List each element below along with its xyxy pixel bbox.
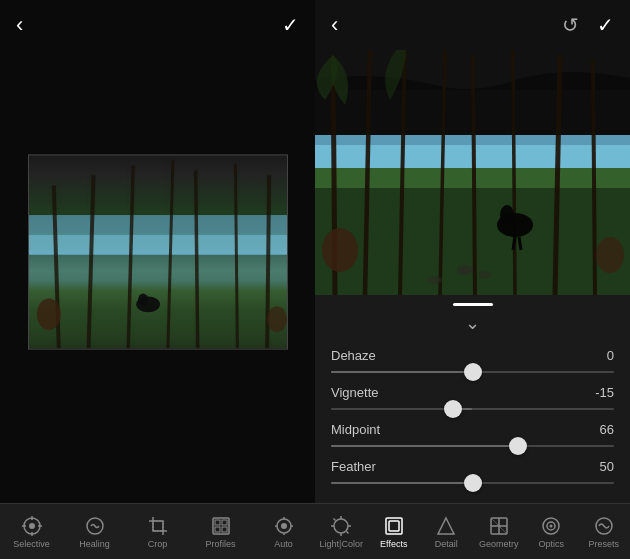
feather-row: Feather 50 bbox=[331, 459, 614, 484]
vignette-label: Vignette bbox=[331, 385, 378, 400]
tab-detail-label: Detail bbox=[435, 539, 458, 549]
feather-track[interactable] bbox=[331, 482, 614, 484]
right-image-area bbox=[315, 50, 630, 295]
photo-thumbnail bbox=[28, 154, 288, 349]
tab-effects[interactable]: Effects bbox=[368, 504, 421, 559]
tab-presets[interactable]: Presets bbox=[578, 504, 631, 559]
svg-point-48 bbox=[457, 265, 473, 275]
svg-rect-25 bbox=[215, 527, 220, 532]
lightcolor-icon bbox=[330, 515, 352, 537]
left-top-bar: ‹ ✓ bbox=[0, 0, 315, 50]
geometry-icon bbox=[488, 515, 510, 537]
svg-line-38 bbox=[473, 55, 475, 295]
tab-auto[interactable]: Auto bbox=[252, 504, 315, 559]
dehaze-thumb[interactable] bbox=[464, 363, 482, 381]
svg-point-46 bbox=[322, 228, 358, 272]
svg-rect-23 bbox=[215, 520, 220, 525]
left-tab-bar: Selective Healing Crop bbox=[0, 503, 315, 559]
svg-line-56 bbox=[334, 518, 336, 520]
svg-point-43 bbox=[500, 205, 514, 225]
svg-point-13 bbox=[267, 306, 287, 332]
svg-line-57 bbox=[347, 531, 349, 533]
svg-point-51 bbox=[334, 519, 348, 533]
svg-rect-1 bbox=[29, 234, 287, 254]
tab-presets-label: Presets bbox=[588, 539, 619, 549]
svg-rect-21 bbox=[153, 521, 163, 531]
svg-line-45 bbox=[519, 237, 521, 250]
svg-point-28 bbox=[281, 523, 287, 529]
dehaze-value: 0 bbox=[586, 348, 614, 363]
right-panel: ‹ ↺ ✓ bbox=[315, 0, 630, 559]
tab-selective-label: Selective bbox=[13, 539, 50, 549]
tab-geometry-label: Geometry bbox=[479, 539, 519, 549]
svg-marker-60 bbox=[438, 518, 454, 534]
svg-line-44 bbox=[513, 237, 515, 250]
svg-point-49 bbox=[479, 271, 491, 279]
tab-auto-label: Auto bbox=[274, 539, 293, 549]
undo-icon[interactable]: ↺ bbox=[562, 13, 579, 37]
svg-point-47 bbox=[596, 237, 624, 273]
vignette-track[interactable] bbox=[331, 408, 614, 410]
controls-area: ⌄ Dehaze 0 Vignette -15 bbox=[315, 295, 630, 503]
svg-rect-26 bbox=[222, 527, 227, 532]
tab-profiles[interactable]: Profiles bbox=[189, 504, 252, 559]
feather-value: 50 bbox=[586, 459, 614, 474]
midpoint-label: Midpoint bbox=[331, 422, 380, 437]
tab-crop-label: Crop bbox=[148, 539, 168, 549]
midpoint-thumb[interactable] bbox=[509, 437, 527, 455]
dehaze-label: Dehaze bbox=[331, 348, 376, 363]
feather-thumb[interactable] bbox=[464, 474, 482, 492]
svg-rect-59 bbox=[389, 521, 399, 531]
tab-detail[interactable]: Detail bbox=[420, 504, 473, 559]
tab-effects-label: Effects bbox=[380, 539, 407, 549]
selective-icon bbox=[21, 515, 43, 537]
handle-bar bbox=[453, 303, 493, 306]
midpoint-value: 66 bbox=[586, 422, 614, 437]
presets-icon bbox=[593, 515, 615, 537]
tab-lightcolor[interactable]: Light|Color bbox=[315, 504, 368, 559]
svg-line-41 bbox=[593, 60, 595, 295]
tab-healing-label: Healing bbox=[79, 539, 110, 549]
tab-healing[interactable]: Healing bbox=[63, 504, 126, 559]
midpoint-row: Midpoint 66 bbox=[331, 422, 614, 447]
tab-lightcolor-label: Light|Color bbox=[320, 539, 363, 549]
healing-icon bbox=[84, 515, 106, 537]
auto-icon bbox=[273, 515, 295, 537]
right-top-bar: ‹ ↺ ✓ bbox=[315, 0, 630, 50]
tab-profiles-label: Profiles bbox=[205, 539, 235, 549]
svg-point-15 bbox=[29, 523, 35, 529]
tab-optics-label: Optics bbox=[538, 539, 564, 549]
feather-label: Feather bbox=[331, 459, 376, 474]
svg-point-11 bbox=[138, 293, 148, 305]
vignette-row: Vignette -15 bbox=[331, 385, 614, 410]
dehaze-track[interactable] bbox=[331, 371, 614, 373]
svg-point-66 bbox=[550, 524, 553, 527]
svg-line-7 bbox=[195, 170, 197, 349]
svg-line-39 bbox=[513, 50, 515, 295]
check-icon-right[interactable]: ✓ bbox=[597, 13, 614, 37]
dehaze-row: Dehaze 0 bbox=[331, 348, 614, 373]
detail-icon bbox=[435, 515, 457, 537]
right-tab-bar: Light|Color Effects Detail bbox=[315, 503, 630, 559]
optics-icon bbox=[540, 515, 562, 537]
svg-rect-24 bbox=[222, 520, 227, 525]
crop-icon bbox=[147, 515, 169, 537]
tab-optics[interactable]: Optics bbox=[525, 504, 578, 559]
tab-geometry[interactable]: Geometry bbox=[473, 504, 526, 559]
tab-crop[interactable]: Crop bbox=[126, 504, 189, 559]
vignette-value: -15 bbox=[586, 385, 614, 400]
svg-point-12 bbox=[36, 298, 60, 330]
check-icon-left[interactable]: ✓ bbox=[282, 13, 299, 37]
profiles-icon bbox=[210, 515, 232, 537]
left-panel: ‹ ✓ bbox=[0, 0, 315, 559]
back-icon-left[interactable]: ‹ bbox=[16, 12, 23, 38]
midpoint-track[interactable] bbox=[331, 445, 614, 447]
vignette-thumb[interactable] bbox=[444, 400, 462, 418]
svg-line-8 bbox=[235, 163, 237, 349]
tab-selective[interactable]: Selective bbox=[0, 504, 63, 559]
back-icon-right[interactable]: ‹ bbox=[331, 12, 338, 38]
effects-icon bbox=[383, 515, 405, 537]
chevron-down-icon: ⌄ bbox=[465, 314, 480, 332]
left-image-area: ‹ ✓ bbox=[0, 0, 315, 503]
svg-point-50 bbox=[428, 276, 442, 284]
